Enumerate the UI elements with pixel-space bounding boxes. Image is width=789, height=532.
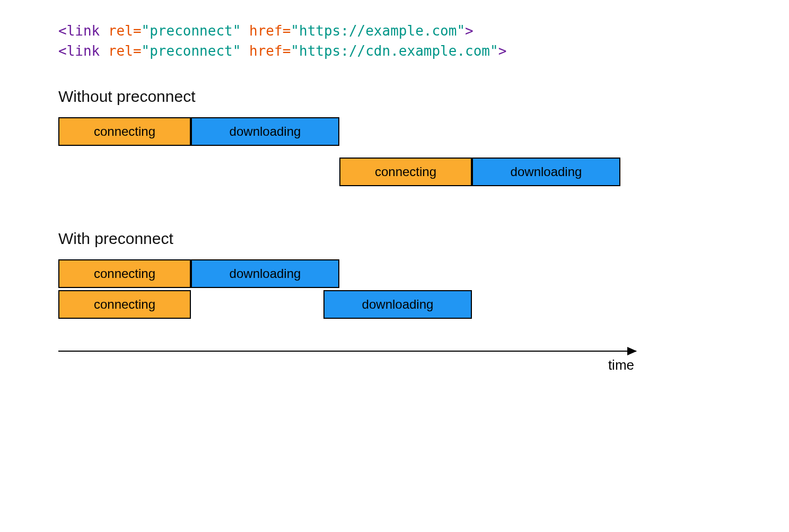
val-rel: "preconnect"	[142, 43, 250, 59]
code-line-2: <link rel="preconnect" href="https://cdn…	[58, 41, 731, 62]
phase-downloading: downloading	[191, 117, 339, 146]
time-axis: time	[58, 351, 636, 373]
code-sample: <link rel="preconnect" href="https://exa…	[58, 21, 731, 61]
tag-open: <link	[58, 23, 108, 39]
tag-close: >	[465, 23, 474, 39]
spacer	[58, 158, 191, 186]
spacer	[191, 158, 339, 186]
timeline-row: connecting downloading	[58, 290, 631, 319]
heading-with-preconnect: With preconnect	[58, 230, 731, 248]
val-rel: "preconnect"	[142, 23, 250, 39]
phase-connecting: connecting	[58, 259, 191, 288]
phase-downloading: downloading	[472, 158, 620, 186]
timeline-with: connecting downloading connecting downlo…	[58, 259, 631, 319]
attr-href: href=	[249, 23, 291, 39]
phase-connecting: connecting	[58, 117, 191, 146]
tag-open: <link	[58, 43, 108, 59]
heading-without-preconnect: Without preconnect	[58, 88, 731, 106]
arrow-right-icon	[58, 351, 636, 352]
phase-downloading: downloading	[191, 259, 339, 288]
timeline-without: connecting downloading connecting downlo…	[58, 117, 631, 186]
attr-rel: rel=	[108, 43, 142, 59]
timeline-row: connecting downloading	[58, 259, 631, 288]
phase-connecting: connecting	[58, 290, 191, 319]
timeline-row: connecting downloading	[58, 117, 631, 146]
timeline-row: connecting downloading	[58, 158, 631, 186]
attr-rel: rel=	[108, 23, 142, 39]
val-href: "https://example.com"	[291, 23, 465, 39]
attr-href: href=	[249, 43, 291, 59]
code-line-1: <link rel="preconnect" href="https://exa…	[58, 21, 731, 41]
tag-close: >	[498, 43, 507, 59]
phase-connecting: connecting	[339, 158, 472, 186]
spacer	[191, 290, 323, 319]
axis-label: time	[58, 357, 636, 373]
val-href: "https://cdn.example.com"	[291, 43, 498, 59]
phase-downloading: downloading	[323, 290, 472, 319]
